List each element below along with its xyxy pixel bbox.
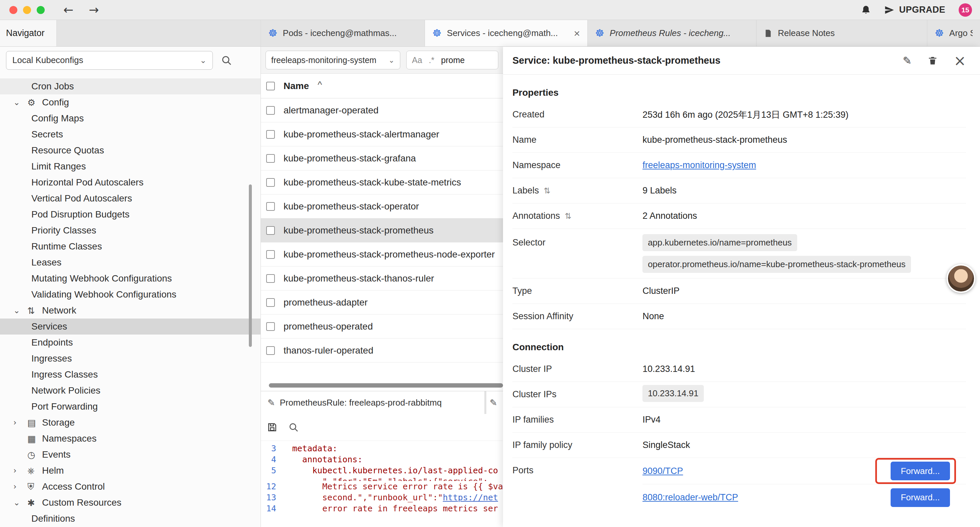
upgrade-button[interactable]: UPGRADE — [884, 5, 945, 15]
table-row[interactable]: kube-prometheus-stack-thanos-ruler — [261, 266, 503, 291]
close-window-button[interactable] — [10, 6, 18, 14]
table-row[interactable]: prometheus-adapter — [261, 291, 503, 315]
edit-icon[interactable]: ✎ — [903, 54, 912, 67]
table-row[interactable]: kube-prometheus-stack-alertmanager — [261, 123, 503, 146]
editor-tab-partial[interactable]: ✎ — [486, 391, 503, 414]
namespace-select[interactable]: freeleaps-monitoring-system ⌄ — [266, 51, 400, 69]
tab-prometheus-rules[interactable]: ☸ Prometheus Rules - icecheng... — [588, 20, 757, 46]
minimize-window-button[interactable] — [23, 6, 31, 14]
chevron-right-icon[interactable]: › — [13, 418, 27, 427]
trash-icon[interactable] — [928, 56, 938, 66]
forward-button[interactable]: Forward... — [891, 488, 950, 507]
sidebar-item-endpoints[interactable]: Endpoints — [0, 334, 261, 350]
bell-icon[interactable] — [861, 5, 871, 15]
row-checkbox[interactable] — [266, 106, 275, 115]
sidebar-item-ingresses[interactable]: Ingresses — [0, 350, 261, 366]
sidebar-item-priority-classes[interactable]: Priority Classes — [0, 223, 261, 239]
notification-count-badge[interactable]: 15 — [959, 3, 972, 17]
table-row[interactable]: alertmanager-operated — [261, 99, 503, 123]
port-link-8080[interactable]: 8080:reloader-web/TCP — [643, 492, 738, 503]
sidebar-item-namespaces[interactable]: ▦Namespaces — [0, 431, 261, 447]
sidebar-item-events[interactable]: ◷Events — [0, 447, 261, 463]
editor-tab-prometheusrule[interactable]: ✎ PrometheusRule: freeleaps-prod-rabbitm… — [261, 391, 484, 414]
sidebar-item-helm[interactable]: ›⎈Helm — [0, 463, 261, 479]
sidebar-item-leases[interactable]: Leases — [0, 255, 261, 271]
table-row-selected[interactable]: kube-prometheus-stack-prometheus — [261, 218, 503, 242]
chevron-down-icon[interactable]: ⌄ — [13, 306, 27, 315]
match-case-icon[interactable]: Aa — [412, 56, 422, 65]
sidebar-item-network[interactable]: ⌄⇅Network — [0, 303, 261, 318]
close-tab-icon[interactable]: × — [574, 28, 580, 39]
sidebar-item-limit-ranges[interactable]: Limit Ranges — [0, 158, 261, 174]
search-icon[interactable] — [288, 422, 299, 433]
row-checkbox[interactable] — [266, 178, 275, 187]
sidebar-scrollbar[interactable] — [249, 185, 252, 347]
save-icon[interactable] — [267, 422, 277, 433]
sort-ascending-icon[interactable]: ^ — [318, 80, 322, 90]
name-column-header[interactable]: Name — [283, 81, 309, 91]
sidebar-item-horizontal-pod-autoscalers[interactable]: Horizontal Pod Autoscalers — [0, 174, 261, 191]
chevron-right-icon[interactable]: › — [13, 482, 27, 491]
row-checkbox[interactable] — [266, 274, 275, 283]
row-checkbox[interactable] — [266, 154, 275, 163]
section-title-connection: Connection — [512, 338, 966, 357]
forward-button[interactable]: Forward... — [891, 462, 950, 480]
forward-icon[interactable]: → — [89, 4, 99, 16]
back-icon[interactable]: ← — [64, 4, 73, 16]
sidebar-item-network-policies[interactable]: Network Policies — [0, 382, 261, 399]
row-checkbox[interactable] — [266, 202, 275, 211]
zoom-window-button[interactable] — [37, 6, 45, 14]
sidebar-item-pod-disruption-budgets[interactable]: Pod Disruption Budgets — [0, 207, 261, 223]
namespace-link[interactable]: freeleaps-monitoring-system — [643, 160, 756, 170]
sidebar-item-ingress-classes[interactable]: Ingress Classes — [0, 366, 261, 382]
expand-toggle-icon[interactable]: ⇅ — [544, 186, 550, 196]
window-chrome-bar: ← → UPGRADE 15 — [0, 0, 980, 20]
yaml-editor[interactable]: 3metadata: 4 annotations: 5 kubectl.kube… — [261, 441, 503, 527]
row-checkbox[interactable] — [266, 226, 275, 235]
sidebar-item-access-control[interactable]: ›⛨Access Control — [0, 479, 261, 495]
table-row[interactable]: thanos-ruler-operated — [261, 339, 503, 363]
sidebar-item-storage[interactable]: ›▤Storage — [0, 415, 261, 431]
chevron-right-icon[interactable]: › — [13, 466, 27, 475]
table-row[interactable]: kube-prometheus-stack-operator — [261, 194, 503, 218]
table-row[interactable]: prometheus-operated — [261, 315, 503, 339]
user-avatar[interactable] — [947, 264, 975, 293]
sidebar-item-mutating-webhook-configurations[interactable]: Mutating Webhook Configurations — [0, 271, 261, 287]
sidebar-item-cron-jobs[interactable]: Cron Jobs — [0, 78, 261, 94]
row-checkbox[interactable] — [266, 346, 275, 355]
search-icon[interactable] — [221, 55, 232, 66]
row-checkbox[interactable] — [266, 298, 275, 307]
tab-pods[interactable]: ☸ Pods - icecheng@mathmas... — [261, 20, 425, 46]
sidebar-item-custom-resources[interactable]: ⌄✱Custom Resources — [0, 495, 261, 511]
sidebar-item-config-maps[interactable]: Config Maps — [0, 110, 261, 126]
chevron-down-icon[interactable]: ⌄ — [13, 98, 27, 107]
chevron-down-icon[interactable]: ⌄ — [13, 498, 27, 507]
sidebar-item-secrets[interactable]: Secrets — [0, 126, 261, 142]
sidebar-item-validating-webhook-configurations[interactable]: Validating Webhook Configurations — [0, 287, 261, 303]
kubeconfig-select[interactable]: Local Kubeconfigs ⌄ — [6, 51, 213, 70]
row-checkbox[interactable] — [266, 322, 275, 331]
tab-argo[interactable]: ☸ Argo Se — [927, 20, 980, 46]
sidebar-item-services[interactable]: Services — [0, 318, 261, 334]
sidebar-item-resource-quotas[interactable]: Resource Quotas — [0, 142, 261, 158]
horizontal-scrollbar[interactable] — [269, 383, 503, 388]
kubernetes-icon: ☸ — [935, 28, 944, 38]
port-link-9090[interactable]: 9090/TCP — [643, 466, 683, 476]
table-row[interactable]: kube-prometheus-stack-grafana — [261, 146, 503, 170]
row-checkbox[interactable] — [266, 250, 275, 259]
sidebar-item-vertical-pod-autoscalers[interactable]: Vertical Pod Autoscalers — [0, 191, 261, 207]
table-row[interactable]: kube-prometheus-stack-kube-state-metrics — [261, 170, 503, 194]
tab-services-active[interactable]: ☸ Services - icecheng@math... × — [425, 20, 588, 46]
row-checkbox[interactable] — [266, 130, 275, 139]
sidebar-item-runtime-classes[interactable]: Runtime Classes — [0, 239, 261, 255]
expand-toggle-icon[interactable]: ⇅ — [565, 212, 571, 221]
sidebar-item-definitions[interactable]: Definitions — [0, 511, 261, 527]
tab-release-notes[interactable]: Release Notes — [757, 20, 927, 46]
sidebar-item-config[interactable]: ⌄⚙Config — [0, 94, 261, 110]
regex-icon[interactable]: .* — [429, 56, 434, 65]
select-all-checkbox[interactable] — [266, 82, 275, 91]
sidebar-item-port-forwarding[interactable]: Port Forwarding — [0, 399, 261, 415]
close-icon[interactable]: × — [954, 53, 966, 68]
table-row[interactable]: kube-prometheus-stack-prometheus-node-ex… — [261, 242, 503, 266]
search-input[interactable]: Aa .* prome — [406, 51, 498, 69]
